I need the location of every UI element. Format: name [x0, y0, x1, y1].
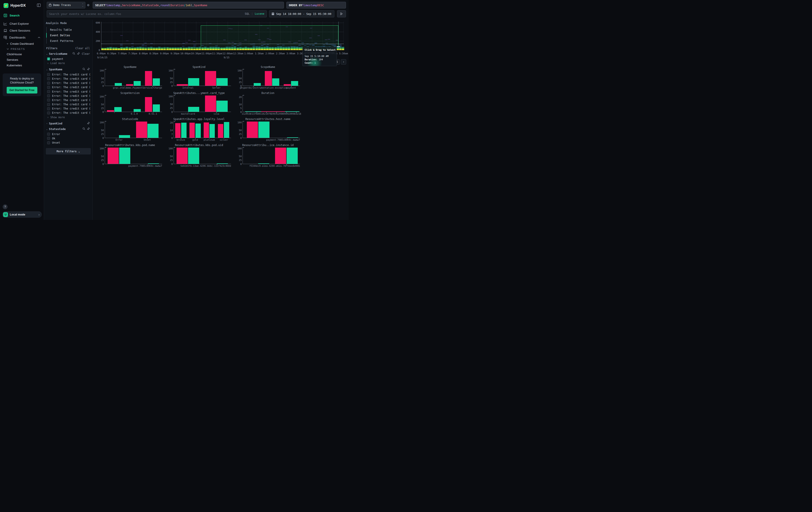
filter-group-header-spankind[interactable]: ›SpanKind [46, 122, 90, 125]
checkbox[interactable] [47, 95, 50, 97]
bar[interactable] [188, 78, 199, 86]
select-query-input[interactable]: SELECT Timestamp, ServiceName, StatusCod… [93, 2, 284, 8]
filter-option[interactable]: Error: The credit card (… [46, 94, 90, 98]
preset-clickhouse[interactable]: ClickHouse [0, 51, 44, 57]
bar[interactable] [114, 107, 121, 112]
pin-icon[interactable] [87, 68, 90, 71]
sidebar-item-search[interactable]: Search [0, 12, 44, 19]
presets-toggle[interactable]: PRESETS [0, 47, 44, 51]
drag-handle[interactable] [337, 46, 340, 47]
bar[interactable] [261, 111, 285, 112]
bar[interactable] [134, 81, 141, 86]
lucene-mode-toggle[interactable]: Lucene [255, 12, 264, 16]
pin-icon[interactable] [87, 127, 90, 131]
bar[interactable] [217, 163, 228, 164]
filter-option[interactable]: Unset [46, 140, 90, 145]
selection-rectangle[interactable] [201, 25, 339, 49]
pin-icon[interactable] [87, 122, 90, 125]
filter-option[interactable]: Error: The credit card (… [46, 98, 90, 102]
bar[interactable] [218, 124, 223, 138]
date-range-picker[interactable]: Sep 14 18:00:00 - Sep 15 05:30:00 [269, 10, 335, 17]
bar[interactable] [153, 78, 160, 86]
bar[interactable] [258, 163, 269, 164]
bar[interactable] [134, 109, 141, 112]
search-input[interactable]: Search your events w/ Lucene ex. column:… [47, 10, 267, 17]
bar[interactable] [119, 147, 130, 164]
sidebar-collapse-icon[interactable] [37, 4, 41, 8]
load-more-link[interactable]: › Load more [46, 61, 90, 65]
bar[interactable] [188, 147, 199, 164]
order-by-input[interactable]: ORDER BY Timestamp DESC [286, 2, 346, 8]
checkbox[interactable] [47, 86, 50, 89]
bar[interactable] [254, 83, 261, 86]
gear-icon[interactable]: ⚙ [87, 3, 89, 7]
more-filters-button[interactable]: More filters ⌄ [46, 148, 91, 155]
create-dashboard-button[interactable]: + Create Dashboard [0, 41, 44, 47]
run-query-button[interactable] [337, 10, 346, 17]
checkbox[interactable] [47, 77, 50, 80]
analysis-mode-option-results-table[interactable]: Results Table [47, 27, 90, 32]
bar[interactable] [108, 147, 119, 164]
bar[interactable] [224, 122, 229, 138]
bar[interactable] [126, 84, 133, 86]
bar[interactable] [136, 122, 147, 138]
filter-option[interactable]: Error: The credit card (… [46, 102, 90, 107]
bar[interactable] [181, 123, 186, 138]
search-icon[interactable] [83, 127, 85, 131]
load-more-link[interactable]: › Show more [46, 115, 90, 119]
bar[interactable] [216, 101, 228, 112]
sidebar-item-chart-explorer[interactable]: Chart Explorer [0, 20, 44, 27]
bar[interactable] [148, 163, 159, 164]
bar[interactable] [287, 147, 298, 164]
clear-all-button[interactable]: Clear all [76, 47, 90, 50]
checkbox[interactable] [47, 103, 50, 106]
bar[interactable] [284, 84, 291, 86]
preset-services[interactable]: Services [0, 57, 44, 62]
bar[interactable] [177, 84, 188, 86]
bar[interactable] [275, 147, 286, 164]
bar[interactable] [119, 135, 130, 138]
checkbox[interactable] [47, 107, 50, 110]
filter-option[interactable]: ✓payment [46, 57, 90, 61]
bar[interactable] [145, 97, 152, 112]
source-select[interactable]: Demo Traces ⌃⌄ [47, 2, 85, 8]
filter-group-header-spanname[interactable]: ⌄SpanName [46, 68, 90, 71]
get-started-button[interactable]: Get Started for Free [7, 87, 37, 93]
checkbox[interactable] [47, 73, 50, 76]
bar[interactable] [287, 137, 298, 138]
bar[interactable] [285, 111, 299, 112]
checkbox[interactable] [47, 141, 50, 144]
bar[interactable] [177, 147, 188, 164]
bar[interactable] [153, 104, 160, 112]
search-icon[interactable] [72, 52, 75, 55]
bar[interactable] [145, 71, 152, 86]
checkbox[interactable] [47, 82, 50, 85]
bar[interactable] [216, 78, 228, 86]
bar[interactable] [247, 122, 258, 138]
bar[interactable] [291, 81, 298, 86]
filter-option[interactable]: Error: The credit card (… [46, 77, 90, 81]
filter-option[interactable]: Error: The credit card (… [46, 81, 90, 85]
bar[interactable] [265, 71, 272, 86]
filter-option[interactable]: Ok [46, 136, 90, 140]
checkbox[interactable]: ✓ [47, 57, 50, 60]
filter-option[interactable]: Error: The credit card (… [46, 85, 90, 89]
help-button[interactable]: ? [3, 204, 7, 209]
checkbox[interactable] [47, 133, 50, 136]
pin-icon[interactable] [77, 52, 80, 55]
analysis-mode-option-event-deltas[interactable]: Event Deltas [47, 32, 90, 38]
filter-group-header-statuscode[interactable]: ⌄StatusCode [46, 127, 90, 131]
bar[interactable] [107, 110, 114, 112]
bar[interactable] [245, 111, 261, 112]
sidebar-item-dashboards[interactable]: Dashboards [0, 34, 44, 41]
bar[interactable] [188, 107, 199, 112]
sql-mode-toggle[interactable]: SQL [245, 12, 250, 16]
bar[interactable] [147, 124, 158, 138]
heatmap-plot[interactable] [101, 22, 344, 50]
preset-kubernetes[interactable]: Kubernetes [0, 62, 44, 68]
checkbox[interactable] [47, 90, 50, 93]
filter-option[interactable]: Error: The credit card (… [46, 72, 90, 77]
bar[interactable] [205, 96, 216, 112]
filter-group-header-servicename[interactable]: ⌄ServiceNameClear [46, 52, 90, 55]
filter-option[interactable]: Error: The credit card (… [46, 89, 90, 94]
